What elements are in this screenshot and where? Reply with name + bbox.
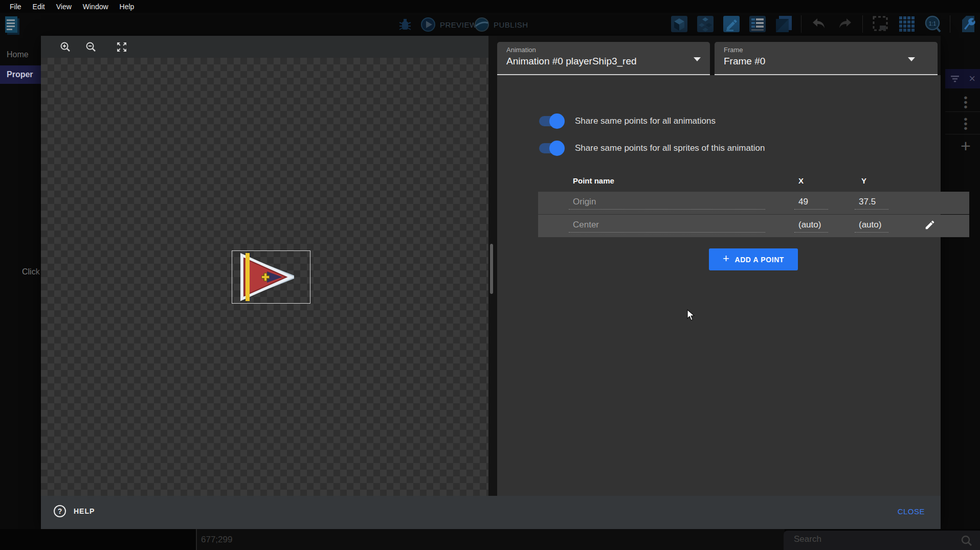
panel-body: Share same points for all animations Sha… [497, 75, 941, 496]
add-a-point-label: ADD A POINT [734, 256, 784, 264]
add-object-icon[interactable]: + [961, 136, 971, 156]
chevron-down-icon [908, 57, 915, 61]
grid-icon[interactable] [898, 14, 915, 34]
menu-window[interactable]: Window [77, 3, 114, 11]
column-header-y: Y [861, 176, 866, 185]
point-x-field[interactable]: (auto) [794, 220, 828, 233]
animation-select[interactable]: Animation Animation #0 playerShip3_red [497, 42, 710, 75]
object-row-menu-icon[interactable]: ●●● [964, 95, 968, 109]
share-points-sprites-toggle[interactable]: Share same points for all sprites of thi… [539, 143, 765, 153]
menu-file[interactable]: File [4, 3, 27, 11]
svg-text:?: ? [58, 507, 62, 515]
sprite-selection-box[interactable] [232, 250, 310, 304]
object-groups-icon[interactable] [697, 14, 714, 34]
toggle-switch[interactable] [539, 143, 562, 153]
chevron-down-icon [694, 57, 701, 61]
publish-label: PUBLISH [494, 20, 528, 29]
point-x-field[interactable]: 49 [794, 197, 828, 210]
frame-select-label: Frame [724, 46, 743, 54]
object-row-menu-icon[interactable]: ●●● [964, 117, 968, 130]
point-name-field: Center [569, 220, 765, 233]
status-bar: 677;299 [0, 529, 980, 550]
events-list-icon[interactable] [749, 14, 766, 34]
properties-hint-label: Click [22, 267, 40, 276]
animation-select-value: Animation #0 playerShip3_red [506, 56, 637, 67]
toolbar-separator [950, 15, 950, 33]
toolbar-separator [862, 15, 863, 33]
column-header-x: X [798, 176, 804, 185]
zoom-in-icon[interactable] [58, 40, 73, 54]
menu-help[interactable]: Help [114, 3, 140, 11]
preview-label: PREVIEW [440, 20, 477, 29]
row-divider [945, 111, 980, 112]
publish-button[interactable]: PUBLISH [474, 17, 528, 32]
preview-button[interactable]: PREVIEW [420, 17, 477, 32]
play-icon [420, 17, 436, 32]
help-icon: ? [53, 505, 66, 518]
zoom-original-icon[interactable]: 1:1 [924, 14, 941, 34]
editor-toolbar-icons: 1:1 [671, 14, 976, 34]
object-icon[interactable] [671, 14, 688, 34]
debug-icon[interactable] [397, 17, 413, 35]
close-button[interactable]: CLOSE [898, 507, 925, 516]
share-points-animations-toggle[interactable]: Share same points for all animations [539, 116, 716, 126]
menu-view[interactable]: View [51, 3, 77, 11]
properties-hint-text: Click [22, 267, 41, 277]
plus-icon: + [723, 252, 729, 265]
svg-text:1:1: 1:1 [929, 21, 936, 27]
dialog-footer: ? HELP CLOSE [41, 496, 941, 529]
row-divider [945, 134, 980, 134]
add-a-point-button[interactable]: + ADD A POINT [709, 248, 798, 270]
canvas-toolbar [41, 36, 488, 58]
panel-close-icon[interactable]: × [969, 72, 975, 85]
zoom-out-icon[interactable] [84, 40, 98, 54]
point-y-field[interactable]: (auto) [855, 220, 888, 233]
toggle-switch[interactable] [539, 116, 562, 126]
menu-bar: File Edit View Window Help [0, 0, 980, 13]
frame-select-value: Frame #0 [724, 56, 765, 67]
column-header-name: Point name [573, 176, 614, 185]
sprite-playership3-red [232, 251, 310, 303]
search-bar [784, 531, 980, 550]
layers-icon[interactable] [775, 14, 792, 34]
point-row-center[interactable]: Center (auto) (auto) [538, 215, 969, 237]
cursor-coordinates: 677;299 [201, 535, 232, 545]
animation-select-label: Animation [506, 46, 536, 54]
tab-home-label: Home [7, 50, 29, 59]
edit-points-dialog: Animation Animation #0 playerShip3_red F… [41, 36, 941, 529]
redo-icon[interactable] [836, 14, 854, 34]
filter-icon[interactable] [950, 75, 960, 83]
panel-header: Animation Animation #0 playerShip3_red F… [497, 36, 941, 75]
setup-wrench-icon[interactable] [959, 14, 976, 34]
canvas-scrollbar-thumb[interactable] [490, 244, 493, 294]
mouse-cursor [686, 309, 697, 322]
scene-status-area: 677;299 [196, 529, 785, 550]
edit-point-icon[interactable] [924, 219, 936, 231]
point-row-origin[interactable]: Origin 49 37.5 [538, 192, 969, 214]
edit-scene-icon[interactable] [723, 14, 740, 34]
globe-icon [474, 17, 489, 32]
objects-panel-header: × [945, 69, 980, 88]
toggle-label: Share same points for all sprites of thi… [575, 143, 765, 153]
menu-edit[interactable]: Edit [27, 3, 51, 11]
toolbar-separator [801, 15, 801, 33]
search-icon [961, 535, 973, 547]
project-manager-icon[interactable] [4, 15, 21, 39]
tab-home[interactable]: Home [7, 50, 29, 59]
tab-properties-label: Proper [7, 70, 33, 79]
undo-icon[interactable] [810, 14, 828, 34]
point-y-field[interactable]: 37.5 [855, 197, 888, 210]
selection-mask-icon[interactable] [872, 14, 889, 34]
point-name-field: Origin [569, 197, 765, 210]
fit-to-screen-icon[interactable] [115, 40, 129, 54]
tab-properties[interactable]: Proper [0, 65, 41, 84]
help-label: HELP [74, 507, 95, 515]
toggle-label: Share same points for all animations [575, 116, 716, 126]
help-button[interactable]: ? HELP [53, 505, 95, 518]
search-input[interactable] [793, 534, 948, 545]
frame-select[interactable]: Frame Frame #0 [715, 42, 938, 75]
